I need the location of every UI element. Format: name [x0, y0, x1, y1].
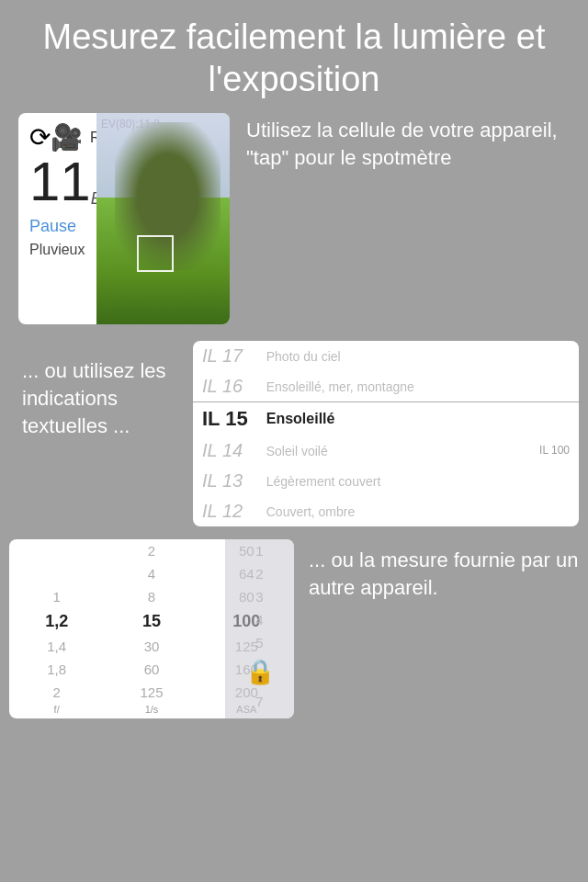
ev-desc: Légèrement couvert	[257, 466, 579, 496]
ev-num: IL 15	[193, 402, 257, 436]
exposure-cell: 1,4	[9, 635, 104, 658]
ev-table-row: IL 16Ensoleillé, mer, montagne	[193, 371, 579, 402]
exposure-cell	[9, 539, 104, 562]
exposure-label: 1/s	[104, 704, 198, 718]
header-title: Mesurez facilement la lumière et l'expos…	[0, 0, 588, 113]
exposure-cell: 8	[104, 585, 198, 608]
ev-num: IL 14	[193, 435, 257, 466]
camera-icon: ⟳🎥	[29, 122, 83, 153]
ev-badge: IL 100	[539, 444, 570, 457]
ev-desc: Photo du ciel	[257, 341, 579, 371]
ev-table-row: IL 17Photo du ciel	[193, 341, 579, 371]
ev-table-card: IL 17Photo du cielIL 16Ensoleillé, mer, …	[193, 341, 579, 526]
lock-col-number: 2	[225, 562, 294, 585]
lock-icon: 🔒	[225, 654, 294, 690]
lock-overlay: 12345🔒7	[225, 539, 294, 718]
exposure-cell: 125	[104, 681, 198, 704]
ev-num: IL 17	[193, 341, 257, 371]
exposure-cell[interactable]: 15	[104, 608, 198, 635]
ev-table-row: IL 13Légèrement couvert	[193, 466, 579, 496]
middle-left-description: ... ou utilisez les indications textuell…	[0, 341, 184, 439]
exposure-cell: 2	[104, 539, 198, 562]
ev-num: IL 12	[193, 496, 257, 526]
ev-num: IL 13	[193, 466, 257, 496]
camera-photo[interactable]: EV(80):11.0	[96, 113, 230, 324]
ev-desc: Ensoleillé, mer, montagne	[257, 371, 579, 402]
exposure-cell: 2	[9, 681, 104, 704]
ev-desc: Couvert, ombre	[257, 496, 579, 526]
exposure-cell: 60	[104, 658, 198, 681]
exposure-cell[interactable]: 1,2	[9, 608, 104, 635]
top-right-description: Utilisez la cellule de votre appareil, "…	[230, 113, 570, 171]
ev-table-row: IL 15Ensoleillé	[193, 402, 579, 436]
exposure-card: 25046418801,2151001,4301251,860160212520…	[9, 539, 294, 718]
exposure-cell: 30	[104, 635, 198, 658]
ev-desc: Soleil voiléIL 100	[257, 435, 579, 466]
exposure-cell: 1,8	[9, 658, 104, 681]
bottom-right-description: ... ou la mesure fournie par un autre ap…	[294, 539, 579, 601]
ev-desc: Ensoleillé	[257, 402, 579, 436]
ev-table-row: IL 14Soleil voiléIL 100	[193, 435, 579, 466]
spot-box	[137, 235, 174, 272]
lock-col-number: 5	[225, 631, 294, 654]
lock-col-number: 7	[225, 690, 294, 713]
exposure-cell: 4	[104, 562, 198, 585]
lock-col-number: 3	[225, 585, 294, 608]
ev-num: IL 16	[193, 371, 257, 402]
ev-overlay: EV(80):11.0	[101, 118, 160, 130]
lock-col-number: 1	[225, 539, 294, 562]
ev-value: 11	[29, 154, 91, 209]
exposure-cell: 1	[9, 585, 104, 608]
camera-card: ⟳🎥 Reflected 11EV100 Pause Pluvieux EV(8…	[18, 113, 230, 324]
lock-col-number: 4	[225, 608, 294, 631]
ev-table-row: IL 12Couvert, ombre	[193, 496, 579, 526]
exposure-label: f/	[9, 704, 104, 718]
exposure-cell	[9, 562, 104, 585]
